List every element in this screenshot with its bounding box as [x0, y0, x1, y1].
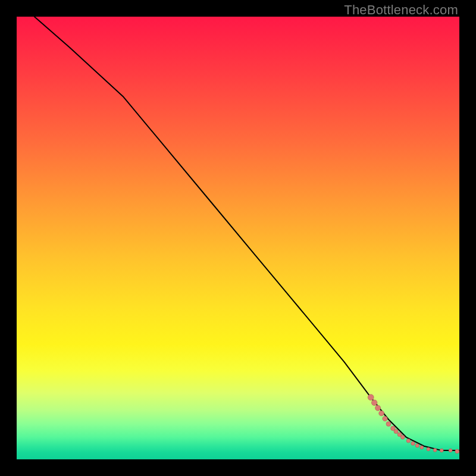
scatter-dot	[449, 449, 452, 452]
scatter-dot	[455, 449, 459, 453]
scatter-dot	[427, 447, 430, 451]
chart-frame: TheBottleneck.com	[0, 0, 476, 476]
chart-overlay	[17, 17, 459, 459]
scatter-dot	[383, 416, 387, 421]
scatter-dot	[379, 411, 384, 416]
scatter-dot	[386, 422, 391, 427]
main-curve	[35, 17, 459, 450]
scatter-dot	[394, 430, 398, 434]
scatter-dot	[433, 448, 437, 452]
plot-area	[17, 17, 459, 459]
scatter-dot	[406, 439, 411, 443]
scatter-dot	[411, 441, 415, 445]
scatter-dot	[440, 449, 443, 452]
scatter-dot	[400, 435, 405, 439]
scatter-dot	[371, 400, 377, 406]
scatter-dots	[368, 394, 459, 453]
watermark-text: TheBottleneck.com	[344, 2, 458, 18]
scatter-dot	[420, 446, 424, 449]
scatter-dot	[415, 444, 419, 447]
scatter-dot	[368, 394, 374, 400]
scatter-dot	[375, 405, 381, 411]
